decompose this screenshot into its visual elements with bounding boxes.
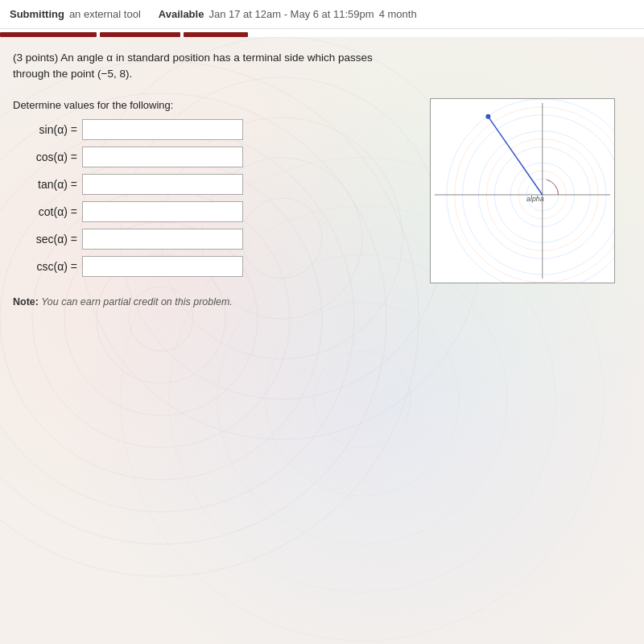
graph-container: alpha [430, 98, 615, 283]
csc-label: csc(α) = [13, 260, 77, 273]
sec-label: sec(α) = [13, 233, 77, 246]
sec-input[interactable] [82, 229, 243, 250]
tan-label: tan(α) = [13, 178, 77, 191]
csc-input[interactable] [82, 256, 243, 277]
content-layer: (3 points) An angle α in standard positi… [13, 50, 631, 308]
header-bar: Submitting an external tool Available Ja… [0, 0, 644, 29]
submitting-label: Submitting [10, 8, 64, 20]
cot-input[interactable] [82, 201, 243, 222]
question-body: An angle α in standard position has a te… [13, 52, 373, 80]
svg-point-31 [485, 114, 490, 119]
duration-label: 4 month [379, 8, 417, 20]
cot-label: cot(α) = [13, 205, 77, 218]
question-points: (3 points) [13, 52, 58, 64]
progress-bars [0, 29, 644, 37]
sin-input[interactable] [82, 119, 243, 140]
svg-point-14 [266, 303, 459, 496]
note-prefix: Note: [13, 296, 39, 308]
date-label: Jan 17 at 12am - May 6 at 11:59pm [208, 8, 374, 20]
graph-svg: alpha [431, 99, 614, 283]
svg-text:alpha: alpha [526, 195, 544, 203]
tan-input[interactable] [82, 174, 243, 195]
note-text: Note: You can earn partial credit on thi… [13, 296, 631, 308]
available-label: Available [159, 8, 204, 20]
cos-input[interactable] [82, 147, 243, 167]
main-content: (3 points) An angle α in standard positi… [0, 37, 644, 644]
svg-rect-18 [431, 99, 614, 283]
sin-label: sin(α) = [13, 123, 77, 136]
svg-point-13 [314, 351, 411, 448]
note-body: You can earn partial credit on this prob… [41, 296, 233, 308]
tool-label: an external tool [69, 8, 141, 20]
question-text: (3 points) An angle α in standard positi… [13, 50, 399, 83]
cos-label: cos(α) = [13, 151, 77, 163]
